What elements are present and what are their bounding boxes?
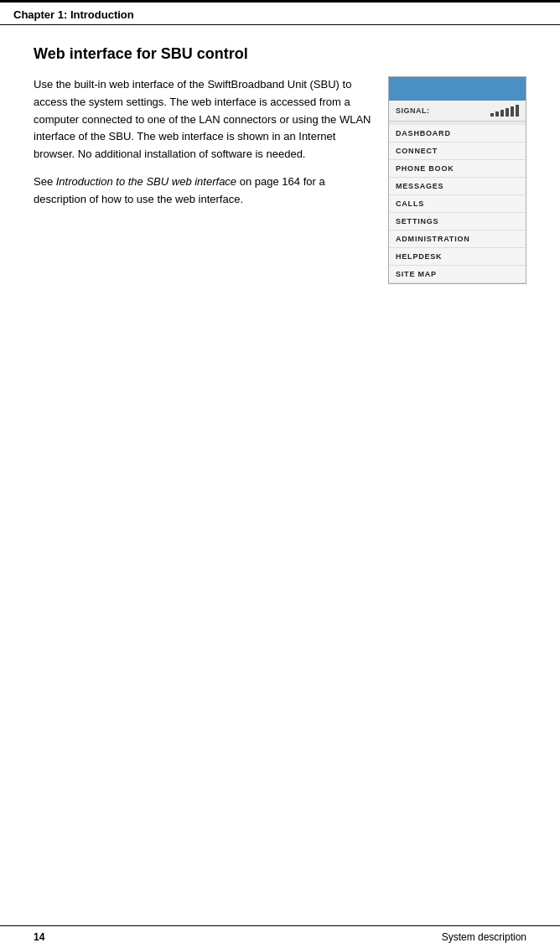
sbu-signal-bar-1	[490, 113, 494, 117]
sbu-signal-bar-4	[506, 108, 509, 117]
page-footer: 14 System description	[0, 925, 560, 948]
section-heading: Web interface for SBU control	[34, 45, 526, 63]
sbu-signal-bar-3	[500, 110, 504, 117]
body-text: Use the built-in web interface of the Sw…	[34, 76, 371, 219]
sbu-menu-calls[interactable]: CALLS	[389, 195, 526, 213]
paragraph-2-italic: Introduction to the SBU web interface	[56, 175, 236, 188]
sbu-signal-bar-2	[495, 111, 499, 117]
footer-page-number: 14	[34, 931, 44, 943]
sbu-top-bar	[389, 77, 526, 101]
content-area: Web interface for SBU control Use the bu…	[0, 25, 560, 318]
sbu-menu-settings[interactable]: SETTINGS	[389, 213, 526, 231]
page-header: Chapter 1: Introduction	[0, 3, 560, 25]
sbu-screenshot: SIGNAL: DASHBOARD CONNECT PHONE BOOK MES…	[388, 76, 526, 284]
sbu-menu-messages[interactable]: MESSAGES	[389, 178, 526, 195]
paragraph-2-prefix: See	[34, 175, 56, 188]
sbu-signal-bars	[490, 105, 519, 117]
sbu-signal-label: SIGNAL:	[396, 106, 430, 115]
footer-section-title: System description	[442, 931, 526, 943]
sbu-menu-dashboard[interactable]: DASHBOARD	[389, 125, 526, 142]
sbu-menu-helpdesk[interactable]: HELPDESK	[389, 248, 526, 266]
paragraph-1: Use the built-in web interface of the Sw…	[34, 76, 371, 163]
sbu-menu-connect[interactable]: CONNECT	[389, 142, 526, 160]
chapter-title: Chapter 1: Introduction	[13, 8, 134, 21]
sbu-signal-row: SIGNAL:	[389, 101, 526, 122]
sbu-menu-phone-book[interactable]: PHONE BOOK	[389, 160, 526, 178]
sbu-signal-bar-5	[511, 106, 514, 117]
paragraph-2: See Introduction to the SBU web interfac…	[34, 174, 371, 209]
sbu-menu-administration[interactable]: ADMINISTRATION	[389, 231, 526, 248]
sbu-signal-bar-6	[516, 105, 519, 117]
body-with-sidebar: Use the built-in web interface of the Sw…	[34, 76, 526, 284]
sbu-menu-site-map[interactable]: SITE MAP	[389, 266, 526, 283]
